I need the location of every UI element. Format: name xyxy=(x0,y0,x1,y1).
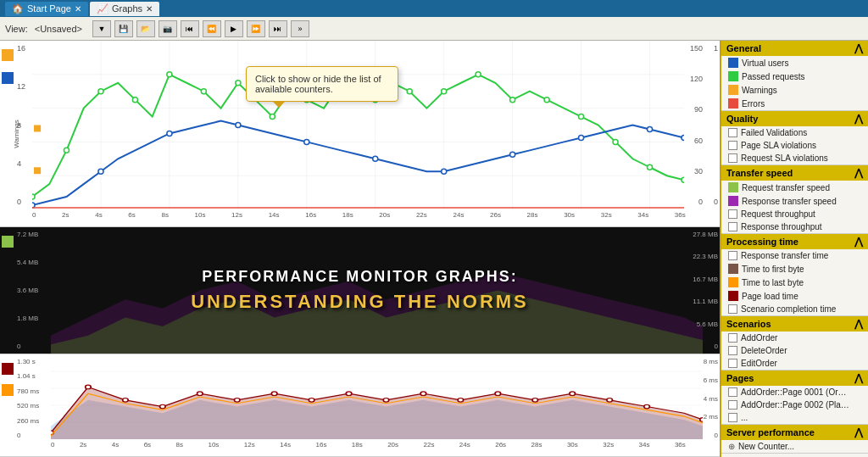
rewind-btn[interactable]: ⏮ xyxy=(181,20,199,37)
start-page-icon: 🏠 xyxy=(12,3,24,14)
svg-point-34 xyxy=(98,169,103,174)
checkbox-add-order[interactable] xyxy=(728,333,737,343)
page-0001-label: AddOrder::Page 0001 (Order c xyxy=(741,387,851,397)
svg-point-60 xyxy=(271,392,277,396)
item-page-sla[interactable]: Page SLA violations xyxy=(721,139,868,152)
checkbox-page-sla[interactable] xyxy=(728,141,737,150)
tab-graphs[interactable]: 📈 Graphs ✕ xyxy=(90,2,159,16)
svg-point-35 xyxy=(167,131,172,136)
item-delete-order[interactable]: DeleteOrder xyxy=(721,344,868,357)
play-btn[interactable]: ▶ xyxy=(225,20,243,37)
item-page-0001[interactable]: AddOrder::Page 0001 (Order c xyxy=(721,386,868,398)
section-processing-header[interactable]: Processing time ⋀ xyxy=(721,234,868,249)
item-add-order[interactable]: AddOrder xyxy=(721,332,868,344)
tab-close-start[interactable]: ✕ xyxy=(75,4,81,14)
checkbox-edit-order[interactable] xyxy=(728,359,737,368)
item-scenario-completion[interactable]: Scenario completion time xyxy=(721,303,868,315)
overlay-title: PERFORMANCE MONITOR GRAPHS: xyxy=(202,268,518,286)
resp-transfer-time-label: Response transfer time xyxy=(741,251,828,260)
section-pages-header[interactable]: Pages ⋀ xyxy=(721,371,868,386)
overlay-container: PERFORMANCE MONITOR GRAPHS: UNDERSTANDIN… xyxy=(0,227,720,354)
section-server-perf-label: Server performance xyxy=(726,427,815,437)
section-general-header[interactable]: General ⋀ xyxy=(721,41,868,56)
item-resp-transfer-time[interactable]: Response transfer time xyxy=(721,249,868,262)
checkbox-request-sla[interactable] xyxy=(728,153,737,163)
svg-point-67 xyxy=(532,398,538,403)
save-btn[interactable]: 💾 xyxy=(114,20,133,37)
section-server-perf: Server performance ⋀ ⊕ New Counter... xyxy=(721,425,868,454)
item-virtual-users[interactable]: Virtual users xyxy=(721,56,868,70)
checkbox-page-more[interactable] xyxy=(728,413,737,422)
section-scenarios-header[interactable]: Scenarios ⋀ xyxy=(721,316,868,332)
item-req-transfer-speed[interactable]: Request transfer speed xyxy=(721,181,868,194)
resp-throughput-label: Response throughput xyxy=(741,222,822,231)
forward-btn[interactable]: ⏩ xyxy=(247,20,265,37)
open-btn[interactable]: 📂 xyxy=(136,20,155,37)
section-general: General ⋀ Virtual users Passed requests … xyxy=(721,41,868,111)
svg-point-42 xyxy=(647,126,652,131)
svg-point-59 xyxy=(234,398,240,403)
delete-order-label: DeleteOrder xyxy=(741,346,787,355)
camera-btn[interactable]: 📷 xyxy=(159,20,177,37)
checkbox-failed-validations[interactable] xyxy=(728,128,737,137)
collapse-general-icon: ⋀ xyxy=(854,42,863,54)
virtual-users-label: Virtual users xyxy=(742,59,788,68)
dropdown-btn[interactable]: ▼ xyxy=(92,20,111,37)
request-sla-label: Request SLA violations xyxy=(741,153,828,163)
end-btn[interactable]: ⏭ xyxy=(269,20,287,37)
svg-point-28 xyxy=(544,98,549,103)
x-axis-1: 0 2s 4s 6s 8s 10s 12s 14s 16s 18s 20s 22… xyxy=(32,211,686,226)
errors-label: Errors xyxy=(742,99,765,109)
y-axis-page-load-left: 1.30 s 1.04 s 780 ms 520 ms 260 ms 0 xyxy=(17,358,39,439)
time-first-byte-label: Time to first byte xyxy=(742,265,804,274)
item-time-last-byte[interactable]: Time to last byte xyxy=(721,276,868,289)
item-failed-validations[interactable]: Failed Validations xyxy=(721,126,868,139)
item-new-counter[interactable]: ⊕ New Counter... xyxy=(721,440,868,453)
svg-point-63 xyxy=(383,398,389,403)
checkbox-page-0001[interactable] xyxy=(728,387,737,397)
svg-point-15 xyxy=(98,89,103,94)
item-page-0002[interactable]: AddOrder::Page 0002 (Placing xyxy=(721,398,868,411)
checkbox-delete-order[interactable] xyxy=(728,346,737,355)
item-warnings[interactable]: Warnings xyxy=(721,83,868,97)
section-scenarios-label: Scenarios xyxy=(726,319,771,329)
back-btn[interactable]: ⏪ xyxy=(203,20,221,37)
item-errors[interactable]: Errors xyxy=(721,97,868,110)
resp-transfer-label: Response transfer speed xyxy=(742,197,837,206)
collapse-scenarios-icon: ⋀ xyxy=(854,318,863,330)
item-page-more[interactable]: ... xyxy=(721,411,868,424)
svg-point-66 xyxy=(495,392,501,396)
item-resp-throughput[interactable]: Response throughput xyxy=(721,220,868,233)
item-edit-order[interactable]: EditOrder xyxy=(721,357,868,370)
more-btn[interactable]: » xyxy=(291,20,309,37)
item-request-sla[interactable]: Request SLA violations xyxy=(721,152,868,164)
svg-point-18 xyxy=(201,89,206,94)
graph-area: 16 12 8 4 0 150 120 90 60 30 0 1 0 xyxy=(0,41,720,457)
checkbox-scenario-completion[interactable] xyxy=(728,304,737,314)
section-transfer-header[interactable]: Transfer speed ⋀ xyxy=(721,165,868,181)
collapse-quality-icon: ⋀ xyxy=(854,113,863,125)
section-quality-header[interactable]: Quality ⋀ xyxy=(721,111,868,126)
item-req-throughput[interactable]: Request throughput xyxy=(721,208,868,220)
checkbox-req-throughput[interactable] xyxy=(728,209,737,219)
item-passed-requests[interactable]: Passed requests xyxy=(721,70,868,83)
item-page-load-time[interactable]: Page load time xyxy=(721,289,868,303)
view-label: View: xyxy=(5,24,28,34)
svg-point-26 xyxy=(476,72,481,77)
checkbox-resp-throughput[interactable] xyxy=(728,222,737,231)
x-axis-3: 0 2s 4s 6s 8s 10s 12s 14s 16s 18s 20s 22… xyxy=(51,441,686,456)
section-server-perf-header[interactable]: Server performance ⋀ xyxy=(721,425,868,440)
checkbox-page-0002[interactable] xyxy=(728,400,737,410)
svg-point-33 xyxy=(32,203,35,208)
virtual-users-indicator xyxy=(2,72,14,84)
svg-point-68 xyxy=(570,392,576,396)
tab-start-page[interactable]: 🏠 Start Page ✕ xyxy=(5,2,88,16)
checkbox-resp-transfer-time[interactable] xyxy=(728,251,737,260)
page-sla-label: Page SLA violations xyxy=(741,141,816,150)
item-resp-transfer-speed[interactable]: Response transfer speed xyxy=(721,194,868,208)
section-processing: Processing time ⋀ Response transfer time… xyxy=(721,234,868,316)
tab-close-graphs[interactable]: ✕ xyxy=(146,4,153,14)
svg-marker-53 xyxy=(51,387,703,439)
svg-point-24 xyxy=(407,89,412,94)
item-time-first-byte[interactable]: Time to first byte xyxy=(721,262,868,276)
